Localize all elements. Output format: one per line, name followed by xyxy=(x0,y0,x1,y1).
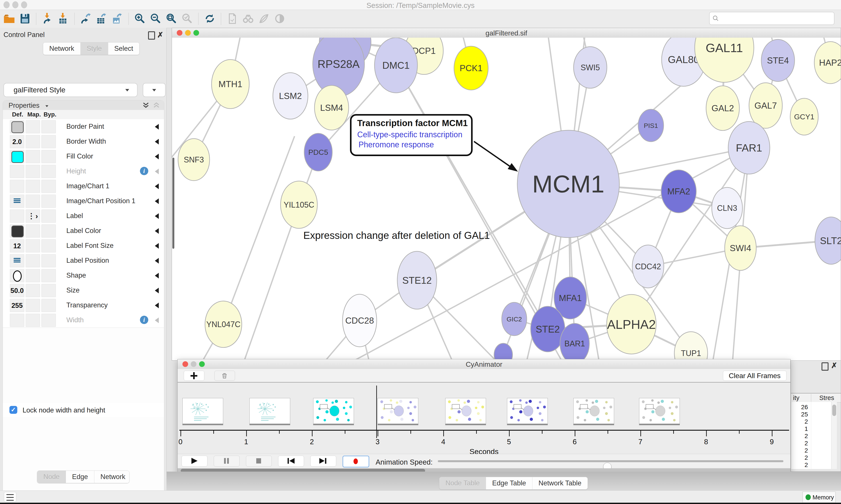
def-cell[interactable] xyxy=(10,210,24,223)
import-table-icon[interactable] xyxy=(57,13,69,25)
position-icon[interactable] xyxy=(14,198,21,204)
byp-cell[interactable] xyxy=(41,314,56,327)
tab-edge-table[interactable]: Edge Table xyxy=(486,477,532,489)
byp-cell[interactable] xyxy=(41,180,56,193)
column-stress[interactable]: Stres xyxy=(819,394,834,401)
annotation-link-1[interactable]: Cell-type-specific transcription xyxy=(357,130,462,139)
zoom-in-icon[interactable] xyxy=(134,13,146,25)
map-cell[interactable] xyxy=(25,299,40,312)
frame-thumbnail-8[interactable] xyxy=(639,398,680,424)
skip-start-button[interactable] xyxy=(278,456,304,467)
byp-cell[interactable] xyxy=(41,120,56,133)
default-value-swatch[interactable] xyxy=(12,151,24,163)
annotation-link-2[interactable]: Pheromone response xyxy=(359,140,434,149)
node-MFA2[interactable]: MFA2 xyxy=(661,170,696,213)
menu-button[interactable] xyxy=(4,492,16,502)
byp-cell[interactable] xyxy=(41,269,56,282)
map-cell[interactable] xyxy=(25,239,40,252)
zoom-fit-icon[interactable] xyxy=(165,13,178,25)
clear-all-frames-button[interactable]: Clear All Frames xyxy=(723,371,787,381)
byp-cell[interactable] xyxy=(41,210,56,223)
def-cell[interactable] xyxy=(10,254,24,267)
node-MCM1[interactable]: MCM1 xyxy=(517,130,619,237)
def-cell[interactable] xyxy=(10,180,24,193)
network-caption[interactable]: Expression change after deletion of GAL1 xyxy=(303,230,490,241)
record-button[interactable] xyxy=(342,456,369,467)
node-MTH1[interactable]: MTH1 xyxy=(212,59,249,109)
default-value[interactable]: 12 xyxy=(10,242,24,250)
node-STE12[interactable]: STE12 xyxy=(397,251,437,309)
tab-network-bottom[interactable]: Network xyxy=(94,471,129,483)
save-icon[interactable] xyxy=(19,13,31,25)
node-SNF3[interactable]: SNF3 xyxy=(178,139,210,181)
node-DMC1[interactable]: DMC1 xyxy=(375,38,417,93)
style-options-button[interactable] xyxy=(143,83,165,97)
def-cell[interactable] xyxy=(10,269,24,282)
byp-cell[interactable] xyxy=(41,239,56,252)
byp-cell[interactable] xyxy=(41,195,56,208)
stop-button[interactable] xyxy=(246,456,272,467)
export-table-icon[interactable] xyxy=(95,13,108,25)
tab-network-table[interactable]: Network Table xyxy=(532,477,588,489)
float-panel-icon[interactable] xyxy=(148,31,155,40)
def-cell[interactable] xyxy=(10,314,24,327)
node-GAL2[interactable]: GAL2 xyxy=(706,86,739,130)
pause-button[interactable] xyxy=(214,456,239,467)
chevron-down-icon[interactable] xyxy=(45,105,48,107)
node-YIL105C[interactable]: YIL105C xyxy=(281,181,317,228)
map-cell[interactable] xyxy=(25,180,40,193)
skip-end-button[interactable] xyxy=(310,456,336,467)
byp-cell[interactable] xyxy=(41,224,56,237)
network-scrollbar[interactable] xyxy=(172,158,174,249)
byp-cell[interactable] xyxy=(41,299,56,312)
default-value-swatch[interactable] xyxy=(12,121,24,133)
byp-cell[interactable] xyxy=(41,284,56,297)
map-cell[interactable] xyxy=(25,224,40,237)
expand-property-icon[interactable] xyxy=(155,198,159,204)
def-cell[interactable]: 12 xyxy=(10,239,24,252)
search-input[interactable] xyxy=(709,12,835,25)
expand-all-icon[interactable] xyxy=(142,102,149,109)
collapse-all-icon[interactable] xyxy=(153,102,160,109)
expand-property-icon[interactable] xyxy=(155,228,159,234)
node-GCY1[interactable]: GCY1 xyxy=(790,98,818,135)
expand-property-icon[interactable] xyxy=(155,183,159,189)
memory-button[interactable]: Memory xyxy=(803,491,836,503)
position-icon[interactable] xyxy=(14,258,21,264)
tab-network[interactable]: Network xyxy=(43,42,80,55)
ellipse-shape-icon[interactable] xyxy=(13,270,22,282)
add-frame-button[interactable] xyxy=(184,371,204,381)
annotation-box[interactable]: Transcription factor MCM1 Cell-type-spec… xyxy=(350,114,472,156)
default-value[interactable]: 255 xyxy=(10,302,24,310)
node-FAR1[interactable]: FAR1 xyxy=(728,122,770,174)
node-STE2[interactable]: STE2 xyxy=(531,306,565,352)
play-button[interactable] xyxy=(182,456,208,467)
default-value[interactable]: 2.0 xyxy=(10,138,24,146)
expand-property-icon[interactable] xyxy=(155,124,159,130)
expand-property-icon[interactable] xyxy=(155,213,159,219)
node-unlabeled[interactable] xyxy=(494,343,513,360)
byp-cell[interactable] xyxy=(41,150,56,163)
node-table-scrollbar[interactable] xyxy=(831,402,837,469)
node-SLT2[interactable]: SLT2 xyxy=(815,217,841,264)
def-cell[interactable]: 255 xyxy=(10,299,24,312)
map-cell[interactable] xyxy=(25,165,40,178)
def-cell[interactable] xyxy=(10,165,24,178)
cyanimator-titlebar[interactable]: CyAnimator xyxy=(178,359,790,369)
map-cell[interactable] xyxy=(25,120,40,133)
node-GAL7[interactable]: GAL7 xyxy=(749,83,782,128)
expand-property-icon[interactable] xyxy=(155,288,159,293)
discrete-mapping-icon[interactable]: ⋮› xyxy=(28,212,38,220)
map-cell[interactable] xyxy=(25,269,40,282)
info-icon[interactable]: i xyxy=(140,167,148,175)
byp-cell[interactable] xyxy=(41,135,56,148)
network-window-titlebar[interactable]: galFiltered.sif xyxy=(172,28,841,38)
expand-property-icon[interactable] xyxy=(155,168,159,174)
node-CDC42[interactable]: CDC42 xyxy=(632,245,664,288)
map-cell[interactable] xyxy=(25,314,40,327)
frame-thumbnail-3[interactable] xyxy=(313,398,354,424)
expand-property-icon[interactable] xyxy=(155,243,159,249)
node-LSM4[interactable]: LSM4 xyxy=(315,85,349,130)
byp-cell[interactable] xyxy=(41,254,56,267)
export-image-icon[interactable] xyxy=(111,13,124,25)
